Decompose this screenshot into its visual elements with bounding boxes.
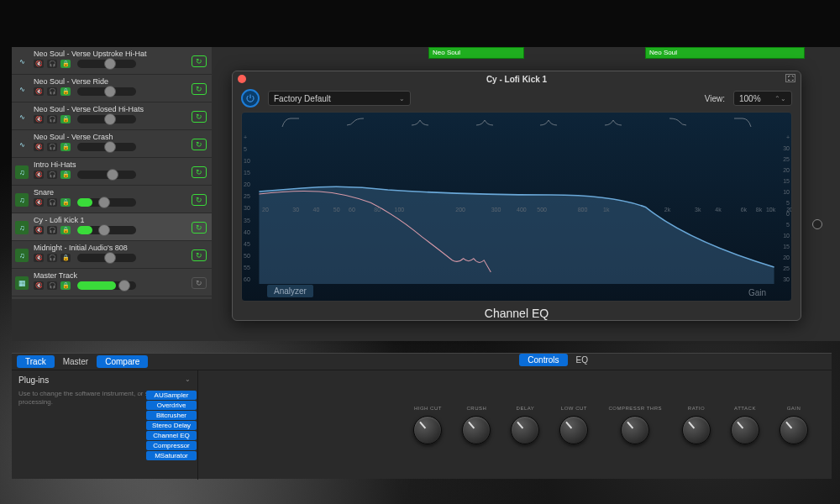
- track-name: Neo Soul - Verse Upstroke Hi-Hat: [34, 50, 207, 58]
- power-button[interactable]: [241, 89, 260, 108]
- mute-button[interactable]: 🔇: [34, 254, 44, 262]
- tab-track[interactable]: Track: [17, 355, 55, 368]
- headphone-button[interactable]: 🎧: [47, 171, 57, 179]
- volume-slider[interactable]: [77, 171, 136, 179]
- knob-delay: DELAY: [511, 406, 539, 444]
- track-row[interactable]: ♫ Intro Hi-Hats 🔇 🎧 🔒 ↻: [12, 158, 212, 186]
- knob[interactable]: [780, 416, 808, 444]
- plugin-titlebar[interactable]: Cy - Lofi Kick 1 ⛶: [233, 71, 801, 87]
- gain-label: Gain: [748, 288, 766, 297]
- headphone-button[interactable]: 🎧: [47, 226, 57, 234]
- loop-button[interactable]: ↻: [192, 222, 207, 234]
- volume-slider[interactable]: [77, 198, 136, 207]
- knob[interactable]: [731, 416, 759, 444]
- track-row[interactable]: ▦ Master Track 🔇 🎧 🔒 ↻: [12, 269, 212, 297]
- plugin-chip[interactable]: MSaturator: [146, 451, 197, 460]
- plugin-chip[interactable]: AUSampler: [146, 391, 197, 400]
- track-name: Midnight - Initial Audio's 808: [34, 244, 207, 252]
- volume-slider[interactable]: [77, 115, 136, 123]
- loop-button[interactable]: ↻: [192, 277, 207, 289]
- lock-button[interactable]: 🔒: [60, 198, 71, 207]
- volume-slider[interactable]: [77, 254, 136, 262]
- lock-button[interactable]: 🔒: [60, 254, 71, 262]
- tab-controls[interactable]: Controls: [519, 354, 567, 366]
- loop-button[interactable]: ↻: [192, 139, 207, 150]
- plugin-chip[interactable]: Stereo Delay: [146, 421, 197, 430]
- mute-button[interactable]: 🔇: [34, 198, 44, 207]
- view-select[interactable]: 100% ⌃⌄: [733, 91, 792, 106]
- analyzer-button[interactable]: Analyzer: [267, 285, 313, 297]
- volume-slider[interactable]: [77, 60, 136, 68]
- preset-select[interactable]: Factory Default ⌄: [268, 91, 411, 106]
- headphone-button[interactable]: 🎧: [47, 254, 57, 262]
- mute-button[interactable]: 🔇: [34, 60, 44, 68]
- chevron-down-icon[interactable]: ⌄: [185, 375, 191, 385]
- knob[interactable]: [462, 416, 491, 444]
- knob-high-cut: HIGH CUT: [413, 406, 442, 444]
- headphone-button[interactable]: 🎧: [47, 198, 57, 207]
- track-row[interactable]: ♫ Cy - Lofi Kick 1 🔇 🎧 🔒 ↻: [12, 213, 212, 241]
- lock-button[interactable]: 🔒: [60, 226, 71, 234]
- knob-row: HIGH CUT CRUSH DELAY LOW CUT COMPRESSR T…: [198, 370, 832, 480]
- loop-button[interactable]: ↻: [192, 166, 207, 178]
- track-name: Snare: [34, 188, 207, 197]
- tab-eq[interactable]: EQ: [568, 354, 596, 366]
- track-row[interactable]: ∿ Neo Soul - Verse Upstroke Hi-Hat 🔇 🎧 🔒…: [12, 47, 212, 75]
- view-label: View:: [705, 94, 725, 103]
- mute-button[interactable]: 🔇: [34, 171, 44, 179]
- expand-icon[interactable]: ⛶: [785, 74, 795, 82]
- track-row[interactable]: ♫ Snare 🔇 🎧 🔒 ↻: [12, 186, 212, 213]
- tab-master[interactable]: Master: [55, 355, 97, 368]
- mute-button[interactable]: 🔇: [34, 143, 44, 151]
- preset-label: Factory Default: [274, 94, 331, 103]
- loop-button[interactable]: ↻: [192, 83, 207, 95]
- volume-slider[interactable]: [77, 226, 136, 234]
- plugins-section: Plug-ins ⌄ Use to change the software in…: [12, 370, 198, 480]
- headphone-button[interactable]: 🎧: [47, 143, 57, 151]
- plugin-chip[interactable]: Overdrive: [146, 401, 197, 410]
- plugin-chip[interactable]: Compressor: [146, 441, 197, 450]
- knob[interactable]: [682, 416, 711, 444]
- plugin-chip[interactable]: Channel EQ: [146, 431, 197, 440]
- lock-button[interactable]: 🔒: [60, 143, 71, 151]
- knob[interactable]: [413, 416, 442, 444]
- track-list: ∿ Neo Soul - Verse Upstroke Hi-Hat 🔇 🎧 🔒…: [12, 47, 212, 299]
- knob[interactable]: [559, 416, 588, 444]
- headphone-button[interactable]: 🎧: [47, 115, 57, 123]
- lock-button[interactable]: 🔒: [60, 281, 71, 290]
- volume-slider[interactable]: [77, 143, 136, 151]
- lock-button[interactable]: 🔒: [60, 115, 71, 123]
- eq-graph[interactable]: +51015202530354045505560 +30252015105051…: [241, 112, 792, 302]
- knob-compressr-thrs: COMPRESSR THRS: [608, 406, 662, 444]
- view-value: 100%: [739, 94, 761, 103]
- region[interactable]: Neo Soul: [428, 47, 524, 59]
- loop-button[interactable]: ↻: [192, 249, 207, 261]
- mute-button[interactable]: 🔇: [34, 226, 44, 234]
- volume-slider[interactable]: [77, 281, 136, 290]
- lock-button[interactable]: 🔒: [60, 171, 71, 179]
- lock-button[interactable]: 🔒: [60, 60, 71, 68]
- headphone-button[interactable]: 🎧: [47, 281, 57, 290]
- loop-button[interactable]: ↻: [192, 194, 207, 206]
- knob[interactable]: [511, 416, 539, 444]
- track-row[interactable]: ♫ Midnight - Initial Audio's 808 🔇 🎧 🔒 ↻: [12, 241, 212, 269]
- volume-slider[interactable]: [77, 87, 136, 96]
- loop-button[interactable]: ↻: [192, 55, 207, 67]
- headphone-button[interactable]: 🎧: [47, 60, 57, 68]
- mute-button[interactable]: 🔇: [34, 87, 44, 96]
- track-row[interactable]: ∿ Neo Soul - Verse Crash 🔇 🎧 🔒 ↻: [12, 130, 212, 158]
- lock-button[interactable]: 🔒: [60, 87, 71, 96]
- tab-compare[interactable]: Compare: [97, 355, 148, 368]
- headphone-button[interactable]: 🎧: [47, 87, 57, 96]
- knob-ratio: RATIO: [682, 406, 711, 444]
- mute-button[interactable]: 🔇: [34, 281, 44, 290]
- track-row[interactable]: ∿ Neo Soul - Verse Ride 🔇 🎧 🔒 ↻: [12, 75, 212, 102]
- eq-output-handle[interactable]: [812, 219, 822, 229]
- knob[interactable]: [621, 416, 649, 444]
- region[interactable]: Neo Soul: [645, 47, 805, 59]
- loop-button[interactable]: ↻: [192, 111, 207, 123]
- stepper-icon: ⌃⌄: [774, 95, 786, 102]
- track-row[interactable]: ∿ Neo Soul - Verse Closed Hi-Hats 🔇 🎧 🔒 …: [12, 102, 212, 130]
- plugin-chip[interactable]: Bitcrusher: [146, 411, 197, 420]
- mute-button[interactable]: 🔇: [34, 115, 44, 123]
